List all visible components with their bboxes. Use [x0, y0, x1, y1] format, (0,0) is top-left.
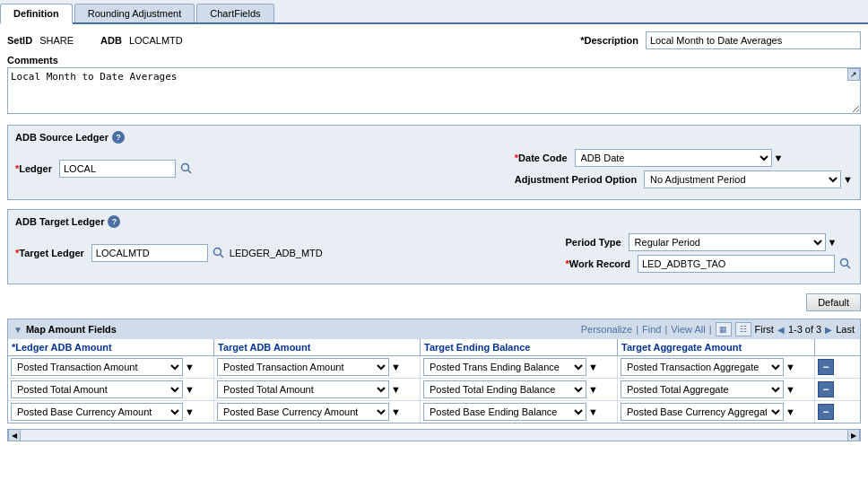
row1-remove-button[interactable]: − [818, 359, 834, 375]
period-type-select[interactable]: Regular Period Adjustment Period [629, 233, 826, 251]
adb-label: ADB [100, 35, 122, 46]
row3-col4-cell: Posted Transaction Aggregate Posted Tota… [618, 401, 815, 423]
tabs-bar: Definition Rounding Adjustment ChartFiel… [0, 0, 868, 24]
personalize-link[interactable]: Personalize [581, 324, 632, 335]
desc-input[interactable] [646, 31, 861, 49]
ledger-search-icon[interactable] [179, 162, 194, 176]
period-type-dropdown-icon: ▼ [828, 237, 838, 248]
ledger-input[interactable] [59, 160, 176, 178]
adj-period-dropdown-icon: ▼ [843, 174, 853, 185]
grid-header-bar: ▼ Map Amount Fields Personalize | Find |… [8, 319, 860, 339]
row2-action-cell: − [815, 380, 844, 399]
target-ledger-input[interactable] [91, 244, 208, 262]
view-all-link[interactable]: View All [671, 324, 705, 335]
scroll-track[interactable] [21, 430, 847, 441]
row1-action-cell: − [815, 357, 844, 377]
svg-line-5 [847, 266, 851, 269]
scroll-right-button[interactable]: ▶ [847, 429, 860, 441]
comments-section: Comments Local Month to Date Averages ↗ [7, 55, 861, 116]
row2-col4-select[interactable]: Posted Transaction Aggregate Posted Tota… [621, 380, 784, 398]
row1-col2-select[interactable]: Posted Transaction Amount Posted Total A… [217, 358, 389, 376]
row1-col3-dropdown: ▼ [588, 362, 598, 372]
adb-source-help-icon[interactable]: ? [112, 131, 125, 144]
row1-col2-dropdown: ▼ [391, 362, 401, 372]
table-row: Posted Transaction Amount Posted Total A… [8, 401, 860, 423]
row2-col3-select[interactable]: Posted Trans Ending Balance Posted Total… [423, 380, 586, 398]
nav-first[interactable]: First [755, 324, 774, 335]
tab-definition[interactable]: Definition [0, 4, 73, 24]
comments-textarea[interactable]: Local Month to Date Averages [7, 67, 861, 114]
nav-prev-arrow[interactable]: ◀ [777, 325, 785, 335]
textarea-expand-icon[interactable]: ↗ [847, 68, 860, 81]
target-ledger-label: Target Ledger [15, 248, 84, 258]
grid-icon-2[interactable]: ☷ [735, 322, 751, 336]
work-record-group: Work Record [565, 255, 853, 273]
row2-col4-cell: Posted Transaction Aggregate Posted Tota… [618, 379, 815, 400]
row3-col3-cell: Posted Trans Ending Balance Posted Total… [421, 401, 618, 423]
date-code-label: Date Code [515, 153, 568, 163]
scroll-left-button[interactable]: ◀ [8, 429, 21, 441]
adj-period-select[interactable]: No Adjustment Period Include Adjustment … [644, 170, 841, 188]
svg-line-3 [220, 255, 223, 258]
setid-value: SHARE [39, 35, 74, 46]
adb-target-help-icon[interactable]: ? [108, 215, 120, 228]
table-row: Posted Transaction Amount Posted Total A… [8, 356, 860, 379]
setid-label: SetID [7, 35, 32, 46]
row3-col2-cell: Posted Transaction Amount Posted Total A… [214, 401, 421, 423]
row3-col1-select[interactable]: Posted Transaction Amount Posted Total A… [11, 403, 183, 421]
default-button[interactable]: Default [806, 293, 861, 311]
grid-title: ▼ Map Amount Fields [13, 324, 117, 335]
col-header-2: Target ADB Amount [214, 339, 421, 355]
row3-remove-button[interactable]: − [818, 404, 834, 420]
adb-source-section: ADB Source Ledger ? Ledger Date Code ADB… [7, 125, 861, 200]
row3-col1-dropdown: ▼ [185, 406, 195, 417]
row3-action-cell: − [815, 402, 844, 422]
horizontal-scrollbar[interactable]: ◀ ▶ [7, 429, 861, 441]
svg-point-2 [213, 249, 221, 256]
row3-col3-select[interactable]: Posted Trans Ending Balance Posted Total… [423, 403, 586, 421]
row2-col3-dropdown: ▼ [588, 384, 598, 395]
nav-next-arrow[interactable]: ▶ [825, 325, 832, 335]
table-row: Posted Transaction Amount Posted Total A… [8, 379, 860, 401]
grid-icon-1[interactable]: ▦ [716, 322, 732, 336]
date-code-dropdown-icon: ▼ [774, 153, 784, 163]
work-record-label: Work Record [565, 258, 630, 269]
adb-target-section: ADB Target Ledger ? Target Ledger LEDGER… [7, 209, 861, 284]
row3-col4-select[interactable]: Posted Transaction Aggregate Posted Tota… [621, 403, 784, 421]
work-record-search-icon[interactable] [838, 257, 853, 271]
row3-col1-cell: Posted Transaction Amount Posted Total A… [8, 401, 214, 423]
row2-col1-select[interactable]: Posted Transaction Amount Posted Total A… [11, 380, 183, 398]
adb-source-fields: Ledger Date Code ADB Date Transaction Da… [15, 149, 853, 188]
row2-remove-button[interactable]: − [818, 381, 834, 397]
grid-col-headers: *Ledger ADB Amount Target ADB Amount Tar… [8, 339, 860, 356]
row2-col4-dropdown: ▼ [786, 384, 795, 395]
row2-col2-select[interactable]: Posted Transaction Amount Posted Total A… [217, 380, 389, 398]
row1-col4-dropdown: ▼ [786, 362, 795, 372]
svg-point-0 [181, 164, 188, 171]
svg-point-4 [841, 259, 848, 266]
nav-last[interactable]: Last [836, 324, 855, 335]
row1-col4-select[interactable]: Posted Transaction Aggregate Posted Tota… [621, 358, 784, 376]
work-record-input[interactable] [638, 255, 835, 273]
date-code-select[interactable]: ADB Date Transaction Date Accounting Dat… [575, 149, 772, 167]
row3-col2-select[interactable]: Posted Transaction Amount Posted Total A… [217, 403, 389, 421]
row1-col4-cell: Posted Transaction Aggregate Posted Tota… [618, 356, 815, 378]
period-type-group: Period Type Regular Period Adjustment Pe… [565, 233, 853, 251]
col-header-5 [815, 339, 844, 355]
col-header-3: Target Ending Balance [421, 339, 618, 355]
map-amount-grid: ▼ Map Amount Fields Personalize | Find |… [7, 319, 861, 424]
row1-col3-select[interactable]: Posted Trans Ending Balance Posted Total… [423, 358, 586, 376]
adb-target-title: ADB Target Ledger ? [15, 215, 853, 228]
tab-rounding-adjustment[interactable]: Rounding Adjustment [74, 4, 195, 22]
find-link[interactable]: Find [642, 324, 661, 335]
row2-col2-cell: Posted Transaction Amount Posted Total A… [214, 379, 421, 400]
setid-group: SetID SHARE [7, 35, 74, 46]
grid-title-arrow[interactable]: ▼ [13, 325, 22, 335]
row2-col1-dropdown: ▼ [185, 384, 195, 395]
target-ledger-search-icon[interactable] [212, 246, 226, 260]
tab-chartfields[interactable]: ChartFields [196, 4, 273, 22]
row1-col1-dropdown: ▼ [185, 362, 195, 372]
row2-col2-dropdown: ▼ [391, 384, 401, 395]
row1-col1-select[interactable]: Posted Transaction Amount Posted Total A… [11, 358, 183, 376]
adb-target-fields: Target Ledger LEDGER_ADB_MTD Period Type… [15, 233, 853, 273]
